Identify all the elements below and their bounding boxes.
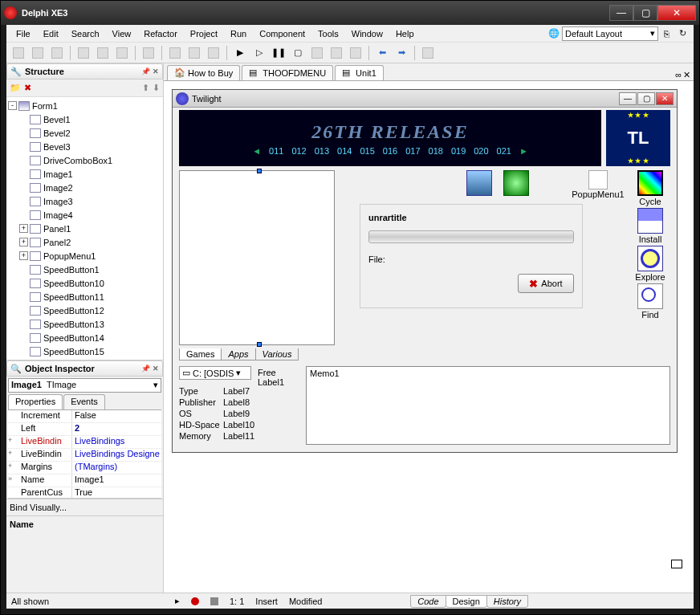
form-close-button[interactable]: ✕ bbox=[656, 92, 674, 105]
prop-value[interactable]: 2 bbox=[72, 423, 161, 435]
apply-layout-icon[interactable]: ↻ bbox=[676, 27, 689, 40]
prop-name[interactable]: Increment bbox=[16, 410, 72, 422]
tb-new[interactable] bbox=[10, 44, 27, 62]
menu-run[interactable]: Run bbox=[224, 26, 253, 41]
tree-item[interactable]: Bevel2 bbox=[43, 128, 71, 138]
prop-value[interactable]: Image1 bbox=[72, 474, 161, 487]
close-button[interactable]: ✕ bbox=[657, 5, 696, 21]
tab-various[interactable]: Various bbox=[255, 348, 299, 360]
tree-toggle[interactable]: + bbox=[19, 238, 28, 246]
tb-save[interactable] bbox=[48, 44, 66, 62]
tb-run-no-debug[interactable]: ▷ bbox=[250, 44, 268, 62]
folder-icon[interactable]: 📁 bbox=[10, 83, 21, 93]
speedbutton-cd[interactable] bbox=[503, 170, 529, 196]
tb-x3[interactable] bbox=[185, 44, 203, 62]
pin-icon[interactable]: 📌 ✕ bbox=[141, 67, 159, 75]
prop-value[interactable]: LiveBindings Designe bbox=[72, 449, 161, 461]
tree-toggle[interactable]: + bbox=[19, 251, 28, 260]
structure-header[interactable]: 🔧 Structure 📌 ✕ bbox=[6, 63, 163, 79]
tree-item[interactable]: SpeedButton12 bbox=[43, 306, 104, 316]
tree-toggle[interactable]: + bbox=[19, 224, 28, 233]
tb-x4[interactable] bbox=[205, 44, 222, 62]
tree-item[interactable]: Form1 bbox=[32, 101, 58, 111]
tree-item[interactable]: Panel1 bbox=[43, 224, 71, 234]
oi-property-grid[interactable]: IncrementFalseLeft2+LiveBindinLiveBindin… bbox=[8, 410, 161, 499]
tree-item[interactable]: Image2 bbox=[43, 183, 73, 193]
titlebar[interactable]: Delphi XE3 — ▢ ✕ bbox=[1, 1, 699, 25]
tb-step-into[interactable] bbox=[328, 44, 345, 62]
tb-step-over[interactable] bbox=[308, 44, 326, 62]
prop-value[interactable]: (TMargins) bbox=[72, 462, 161, 474]
design-form[interactable]: Twilight — ▢ ✕ 26TH RELEASE ◄01101201301… bbox=[172, 89, 678, 453]
menu-file[interactable]: File bbox=[10, 26, 37, 41]
action-cycle[interactable]: Cycle bbox=[630, 170, 670, 206]
form-designer[interactable]: Twilight — ▢ ✕ 26TH RELEASE ◄01101201301… bbox=[164, 81, 694, 593]
tb-help[interactable] bbox=[419, 44, 437, 62]
tree-item[interactable]: SpeedButton14 bbox=[43, 333, 104, 343]
menu-component[interactable]: Component bbox=[253, 26, 311, 41]
tab-code[interactable]: Code bbox=[410, 595, 446, 608]
tab-games[interactable]: Games bbox=[179, 348, 222, 360]
tb-stop[interactable]: ▢ bbox=[289, 44, 307, 62]
tb-copy[interactable] bbox=[94, 44, 112, 62]
tree-item[interactable]: SpeedButton15 bbox=[43, 347, 104, 356]
tb-paste[interactable] bbox=[113, 44, 131, 62]
tb-cut[interactable] bbox=[75, 44, 92, 62]
menu-refactor[interactable]: Refactor bbox=[137, 26, 184, 41]
popupmenu-placeholder[interactable]: PopupMenu1 bbox=[572, 170, 624, 199]
prop-value[interactable]: False bbox=[72, 410, 161, 422]
close-tab-icon[interactable]: ✕ bbox=[683, 70, 690, 80]
memo[interactable]: Memo1 bbox=[306, 366, 670, 445]
tree-item[interactable]: SpeedButton10 bbox=[43, 279, 104, 288]
menu-tools[interactable]: Tools bbox=[311, 26, 345, 41]
form-min-button[interactable]: — bbox=[619, 92, 637, 105]
drive-combo[interactable]: ▭ C: [OSDIS▾ bbox=[179, 366, 251, 380]
form-titlebar[interactable]: Twilight — ▢ ✕ bbox=[173, 90, 677, 108]
maximize-button[interactable]: ▢ bbox=[633, 5, 657, 21]
tb-back[interactable]: ⬅ bbox=[373, 44, 391, 62]
menu-help[interactable]: Help bbox=[389, 26, 421, 41]
tb-x1[interactable] bbox=[140, 44, 157, 62]
action-explore[interactable]: Explore bbox=[630, 246, 670, 282]
prop-value[interactable]: LiveBindings bbox=[72, 436, 161, 448]
tree-item[interactable]: Image3 bbox=[43, 197, 73, 206]
tab-design[interactable]: Design bbox=[446, 595, 487, 608]
action-find[interactable]: Find bbox=[630, 283, 670, 320]
tab-history[interactable]: History bbox=[486, 595, 528, 608]
tb-step-out[interactable] bbox=[347, 44, 364, 62]
oi-component-combo[interactable]: Image1 TImage ▾ bbox=[8, 378, 161, 393]
oi-bind-link[interactable]: Bind Visually... bbox=[6, 499, 163, 515]
prop-name[interactable]: Left bbox=[16, 423, 72, 435]
tree-item[interactable]: SpeedButton11 bbox=[43, 292, 104, 302]
menu-edit[interactable]: Edit bbox=[37, 26, 65, 41]
prop-name[interactable]: ParentCus bbox=[16, 487, 72, 499]
infinity-icon[interactable]: ∞ bbox=[675, 70, 682, 80]
structure-tree[interactable]: -Form1Bevel1Bevel2Bevel3DriveComboBox1Im… bbox=[6, 97, 163, 360]
expand-icon[interactable]: ▸ bbox=[175, 596, 180, 606]
globe-icon[interactable]: 🌐 bbox=[547, 27, 560, 40]
menu-window[interactable]: Window bbox=[345, 26, 389, 41]
abort-button[interactable]: ✖Abort bbox=[518, 274, 574, 293]
menu-view[interactable]: View bbox=[106, 26, 138, 41]
tb-open[interactable] bbox=[29, 44, 47, 62]
down-icon[interactable]: ⬇ bbox=[153, 83, 160, 93]
tab-events[interactable]: Events bbox=[63, 394, 105, 409]
tree-item[interactable]: SpeedButton1 bbox=[43, 265, 100, 275]
prop-name[interactable]: LiveBindin bbox=[16, 449, 72, 461]
tree-item[interactable]: DriveComboBox1 bbox=[43, 156, 112, 165]
speedbutton-computer[interactable] bbox=[466, 170, 492, 196]
listbox[interactable] bbox=[179, 170, 335, 345]
menu-search[interactable]: Search bbox=[65, 26, 106, 41]
tab-apps[interactable]: Apps bbox=[221, 348, 255, 360]
minimize-button[interactable]: — bbox=[609, 5, 633, 21]
tab-how-to-buy[interactable]: 🏠How to Buy bbox=[167, 65, 240, 80]
tree-item[interactable]: SpeedButton13 bbox=[43, 320, 104, 329]
tree-item[interactable]: Bevel1 bbox=[43, 115, 71, 124]
delete-icon[interactable]: ✖ bbox=[24, 83, 31, 93]
tb-pause[interactable]: ❚❚ bbox=[270, 44, 287, 62]
tb-run[interactable]: ▶ bbox=[231, 44, 249, 62]
tree-item[interactable]: PopupMenu1 bbox=[43, 251, 96, 261]
tree-item[interactable]: Image4 bbox=[43, 210, 73, 220]
tab-unit1[interactable]: ▤Unit1 bbox=[335, 65, 384, 80]
tree-item[interactable]: Bevel3 bbox=[43, 142, 71, 152]
